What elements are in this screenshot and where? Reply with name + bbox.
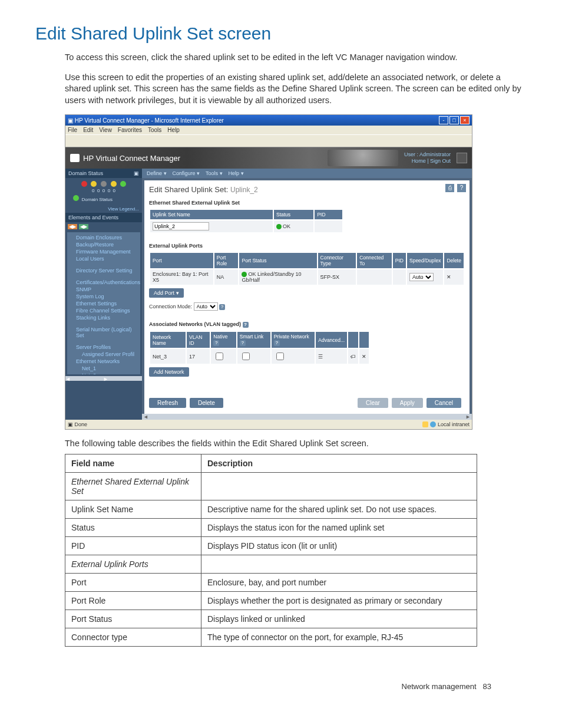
status-icons-row: 0 0 0 0 0 Domain Status bbox=[65, 178, 142, 205]
section-external-ports: External Uplink Ports bbox=[149, 243, 465, 249]
intro-para-1: To access this screen, click the shared … bbox=[65, 52, 527, 64]
table-row-desc: Descriptive name for the shared uplink s… bbox=[201, 500, 477, 519]
table-row-desc: Displays the status icon for the named u… bbox=[201, 519, 477, 537]
delete-button[interactable]: Delete bbox=[190, 398, 223, 408]
table-row-desc: The type of connector on the port, for e… bbox=[201, 628, 477, 647]
lock-icon bbox=[422, 421, 428, 427]
conn-mode-help-icon[interactable]: ? bbox=[219, 304, 225, 310]
elements-events-header: Elements and Events bbox=[65, 213, 142, 222]
sidebar-scrollbar[interactable]: ◄ ► bbox=[65, 376, 142, 381]
nav-firmware[interactable]: Firmware Management bbox=[68, 248, 140, 255]
connection-mode-select[interactable]: Auto bbox=[194, 302, 218, 311]
ie-titlebar: ▣ HP Virtual Connect Manager - Microsoft… bbox=[65, 115, 472, 126]
refresh-button[interactable]: Refresh bbox=[149, 398, 186, 408]
nav-server-profiles[interactable]: Server Profiles bbox=[68, 344, 140, 351]
fields-description-table: Field name Description Ethernet Shared E… bbox=[65, 454, 477, 647]
app-title: HP Virtual Connect Manager bbox=[83, 154, 180, 163]
table-row-field: Ethernet Shared External Uplink Set bbox=[65, 473, 201, 500]
delete-port-icon[interactable]: ✕ bbox=[444, 269, 464, 285]
private-checkbox[interactable] bbox=[276, 353, 284, 360]
content-area: Define ▾Configure ▾Tools ▾Help ▾ ⎙ ? Edi… bbox=[142, 169, 472, 420]
view-legend-link[interactable]: View Legend... bbox=[65, 205, 142, 213]
table-row-desc: Displays whether the port is designated … bbox=[201, 592, 477, 610]
status-zone-text: Local intranet bbox=[438, 421, 470, 427]
connection-mode-label: Connection Mode: bbox=[149, 304, 192, 309]
apply-button[interactable]: Apply bbox=[392, 398, 423, 408]
table-row-field: Port Status bbox=[65, 610, 201, 628]
content-scrollbar[interactable]: ◄► bbox=[142, 414, 472, 420]
sidebar: Domain Status▣ 0 0 0 0 0 Domain Status V… bbox=[65, 169, 142, 420]
nav-ethernet-settings[interactable]: Ethernet Settings bbox=[68, 300, 140, 307]
status-ok-icon bbox=[276, 224, 282, 229]
table-row-desc: Displays linked or unlinked bbox=[201, 610, 477, 628]
label-icon[interactable]: 🏷 bbox=[348, 349, 358, 364]
header-graphic bbox=[328, 150, 398, 166]
port-ok-icon bbox=[242, 272, 247, 277]
speed-duplex-select[interactable]: Auto bbox=[409, 273, 434, 281]
delete-network-icon[interactable]: ✕ bbox=[359, 349, 369, 364]
nav-certificates[interactable]: Certificates/Authentications bbox=[68, 279, 140, 286]
nav-snmp[interactable]: SNMP bbox=[68, 286, 140, 293]
section-assoc-networks: Associated Networks (VLAN tagged) ? bbox=[149, 321, 465, 328]
add-network-button[interactable]: Add Network bbox=[149, 367, 189, 377]
table-row-field: Connector type bbox=[65, 628, 201, 647]
table-row-field: Port Role bbox=[65, 592, 201, 610]
minimize-button[interactable]: - bbox=[439, 116, 448, 124]
native-checkbox[interactable] bbox=[216, 353, 223, 360]
ie-icon: ▣ bbox=[68, 117, 73, 124]
table-row-desc bbox=[201, 555, 477, 574]
help-icon[interactable]: ? bbox=[457, 184, 466, 192]
section-ethernet-shared: Ethernet Shared External Uplink Set bbox=[149, 200, 465, 206]
nav-assigned-profiles[interactable]: Assigned Server Profil bbox=[68, 351, 140, 358]
ie-menubar[interactable]: FileEditViewFavoritesToolsHelp bbox=[65, 126, 472, 134]
nav-directory-server[interactable]: Directory Server Setting bbox=[68, 267, 140, 274]
nav-local-users[interactable]: Local Users bbox=[68, 255, 140, 262]
close-button[interactable]: × bbox=[460, 116, 470, 124]
nav-domain-enclosures[interactable]: Domain Enclosures bbox=[68, 234, 140, 241]
table-row-field: Uplink Set Name bbox=[65, 500, 201, 519]
user-info: User : Administrator Home | Sign Out bbox=[404, 151, 451, 164]
page-footer: Network management 83 bbox=[35, 682, 527, 691]
table-intro-text: The following table describes the fields… bbox=[65, 439, 527, 448]
panel-title: Edit Shared Uplink Set: Uplink_2 bbox=[149, 185, 465, 194]
th-desc: Description bbox=[201, 454, 477, 473]
header-square-icon bbox=[457, 153, 467, 163]
intro-para-2: Use this screen to edit the properties o… bbox=[65, 72, 527, 107]
domain-ok-icon bbox=[73, 195, 79, 201]
nav-ethernet-networks[interactable]: Ethernet Networks bbox=[68, 358, 140, 365]
table-row-field: Status bbox=[65, 519, 201, 537]
ie-done-icon: ▣ bbox=[68, 421, 73, 427]
nav-stacking[interactable]: Stacking Links bbox=[68, 314, 140, 321]
print-icon[interactable]: ⎙ bbox=[445, 184, 454, 192]
nav-net2[interactable]: Net_2 bbox=[68, 372, 140, 374]
ie-toolbar bbox=[65, 134, 472, 147]
networks-table: Network NameVLAN ID Native ? Smart Link … bbox=[149, 331, 370, 365]
home-signout-links[interactable]: Home | Sign Out bbox=[404, 158, 451, 164]
nav-backup-restore[interactable]: Backup/Restore bbox=[68, 241, 140, 248]
smartlink-checkbox[interactable] bbox=[242, 353, 250, 360]
table-row-field: PID bbox=[65, 537, 201, 555]
cancel-button[interactable]: Cancel bbox=[427, 398, 461, 408]
app-header: HP Virtual Connect Manager User : Admini… bbox=[65, 147, 472, 169]
nav-system-log[interactable]: System Log bbox=[68, 293, 140, 300]
add-port-button[interactable]: Add Port ▾ bbox=[149, 288, 184, 298]
nav-tree[interactable]: Domain Enclosures Backup/Restore Firmwar… bbox=[67, 232, 140, 374]
ie-statusbar: ▣ Done Local intranet bbox=[65, 420, 472, 429]
app-menubar[interactable]: Define ▾Configure ▾Tools ▾Help ▾ bbox=[142, 169, 472, 178]
status-warning-icon bbox=[91, 181, 97, 187]
ie-title-text: HP Virtual Connect Manager - Microsoft I… bbox=[75, 117, 224, 124]
table-row-desc: Displays PID status icon (lit or unlit) bbox=[201, 537, 477, 555]
nav-net1[interactable]: Net_1 bbox=[68, 365, 140, 372]
domain-status-header: Domain Status▣ bbox=[65, 169, 142, 178]
maximize-button[interactable]: □ bbox=[449, 116, 459, 124]
table-row-field: Port bbox=[65, 574, 201, 592]
advanced-icon[interactable]: ☰ bbox=[316, 349, 347, 364]
clear-button[interactable]: Clear bbox=[358, 398, 388, 408]
status-error-icon bbox=[81, 181, 87, 187]
hp-logo-icon bbox=[70, 154, 80, 162]
table-row-field: External Uplink Ports bbox=[65, 555, 201, 574]
nav-fc-settings[interactable]: Fibre Channel Settings bbox=[68, 307, 140, 314]
nav-serial[interactable]: Serial Number (Logical) Set bbox=[68, 326, 140, 339]
assoc-help-icon[interactable]: ? bbox=[243, 322, 249, 328]
uplink-set-name-input[interactable] bbox=[153, 222, 209, 230]
